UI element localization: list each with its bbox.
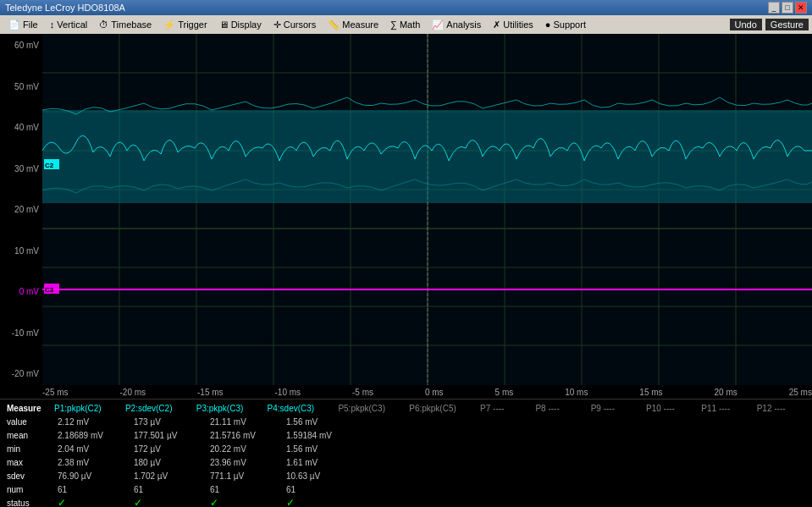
measure-p3-max: 23.96 mV bbox=[207, 458, 283, 467]
measure-p1-min: 2.04 mV bbox=[54, 444, 130, 454]
measure-min-row: min 2.04 mV 172 µV 20.22 mV 1.56 mV bbox=[3, 442, 809, 455]
x-label-0ms: 0 ms bbox=[425, 388, 444, 397]
utilities-icon: ✗ bbox=[493, 19, 500, 30]
measure-table: Measure P1:pkpk(C2) P2:sdev(C2) P3:pkpk(… bbox=[0, 399, 812, 507]
measure-header-p1: P1:pkpk(C2) bbox=[51, 404, 122, 413]
measure-p2-status: ✓ bbox=[130, 497, 207, 507]
maximize-button[interactable]: □ bbox=[782, 2, 793, 14]
measure-p4-num: 61 bbox=[283, 485, 359, 494]
close-button[interactable]: ✕ bbox=[795, 2, 807, 14]
y-label-10mv: 10 mV bbox=[3, 246, 39, 256]
x-label-n15ms: -15 ms bbox=[197, 388, 224, 397]
x-label-25ms: 25 ms bbox=[789, 388, 812, 397]
measure-p4-min: 1.56 mV bbox=[283, 444, 359, 454]
measure-p2-min: 172 µV bbox=[130, 444, 207, 454]
measure-icon: 📏 bbox=[328, 19, 340, 30]
menu-utilities[interactable]: ✗ Utilities bbox=[488, 18, 538, 32]
measure-p1-status: ✓ bbox=[54, 497, 130, 507]
scope-area[interactable]: 60 mV 50 mV 40 mV 30 mV 20 mV 10 mV 0 mV… bbox=[0, 34, 812, 385]
measure-header-p2: P2:sdev(C2) bbox=[122, 404, 193, 413]
measure-header-row: Measure P1:pkpk(C2) P2:sdev(C2) P3:pkpk(… bbox=[3, 401, 809, 415]
measure-label-sdev: sdev bbox=[3, 471, 54, 481]
measure-label-min: min bbox=[3, 444, 54, 454]
measure-p4-status: ✓ bbox=[283, 497, 359, 507]
measure-sdev-row: sdev 76.90 µV 1.702 µV 771.1 µV 10.63 µV bbox=[3, 469, 809, 482]
y-label-50mv: 50 mV bbox=[3, 82, 39, 91]
measure-p3-mean: 21.5716 mV bbox=[207, 431, 283, 440]
x-label-5ms: 5 ms bbox=[495, 388, 514, 397]
measure-p4-max: 1.61 mV bbox=[283, 458, 359, 467]
file-icon: 📄 bbox=[8, 19, 20, 30]
menu-timebase[interactable]: ⏱ Timebase bbox=[94, 18, 157, 31]
svg-rect-20 bbox=[44, 159, 59, 169]
y-label-n10mv: -10 mV bbox=[3, 328, 39, 338]
measure-label-max: max bbox=[3, 458, 54, 467]
title-bar-controls: _ □ ✕ bbox=[768, 2, 807, 14]
menu-trigger[interactable]: ⚡ Trigger bbox=[158, 18, 212, 32]
math-icon: ∑ bbox=[390, 19, 397, 30]
measure-header-p8: P8 ---- bbox=[532, 404, 587, 413]
support-icon: ● bbox=[545, 19, 551, 30]
measure-label-value: value bbox=[3, 417, 54, 427]
title-bar: Teledyne LeCroy HDO8108A _ □ ✕ bbox=[0, 0, 812, 15]
cursors-icon: ✛ bbox=[273, 19, 281, 30]
measure-p2-sdev: 1.702 µV bbox=[130, 471, 207, 481]
timebase-icon: ⏱ bbox=[99, 19, 108, 30]
menu-math[interactable]: ∑ Math bbox=[385, 18, 425, 31]
menu-vertical[interactable]: ↕ Vertical bbox=[45, 18, 93, 31]
measure-p2-num: 61 bbox=[130, 485, 207, 494]
c2-waveform bbox=[42, 97, 812, 193]
x-axis: -25 ms -20 ms -15 ms -10 ms -5 ms 0 ms 5… bbox=[0, 385, 812, 399]
menu-cursors[interactable]: ✛ Cursors bbox=[268, 18, 322, 32]
display-icon: 🖥 bbox=[219, 19, 229, 30]
measure-p3-min: 20.22 mV bbox=[207, 444, 283, 454]
svg-text:C2: C2 bbox=[45, 162, 54, 169]
measure-header-p4: P4:sdev(C3) bbox=[264, 404, 335, 413]
menu-support[interactable]: ● Support bbox=[540, 18, 591, 31]
title-text: Teledyne LeCroy HDO8108A bbox=[5, 3, 125, 13]
measure-p2-max: 180 µV bbox=[130, 458, 207, 467]
measure-num-row: num 61 61 61 61 bbox=[3, 482, 809, 496]
svg-rect-0 bbox=[42, 34, 812, 385]
measure-label-mean: mean bbox=[3, 431, 54, 440]
measure-p2-value: 173 µV bbox=[130, 417, 207, 427]
trigger-icon: ⚡ bbox=[163, 19, 175, 30]
measure-p1-sdev: 76.90 µV bbox=[54, 471, 130, 481]
measure-p1-mean: 2.18689 mV bbox=[54, 431, 130, 440]
y-label-20mv: 20 mV bbox=[3, 205, 39, 214]
analysis-icon: 📈 bbox=[432, 19, 444, 30]
grid-svg: C2 C3 bbox=[42, 34, 812, 385]
menu-display[interactable]: 🖥 Display bbox=[214, 18, 267, 31]
y-label-40mv: 40 mV bbox=[3, 123, 39, 132]
y-label-30mv: 30 mV bbox=[3, 164, 39, 174]
measure-header-p10: P10 ---- bbox=[643, 404, 698, 413]
menu-measure[interactable]: 📏 Measure bbox=[323, 18, 384, 32]
measure-p1-value: 2.12 mV bbox=[54, 417, 130, 427]
x-label-n25ms: -25 ms bbox=[42, 388, 69, 397]
gesture-button[interactable]: Gesture bbox=[765, 19, 809, 30]
measure-p4-sdev: 10.63 µV bbox=[283, 471, 359, 481]
measure-mean-row: mean 2.18689 mV 177.501 µV 21.5716 mV 1.… bbox=[3, 428, 809, 442]
svg-text:C3: C3 bbox=[45, 286, 54, 294]
measure-p1-num: 61 bbox=[54, 485, 130, 494]
menu-file[interactable]: 📄 File bbox=[3, 18, 43, 32]
x-label-20ms: 20 ms bbox=[715, 388, 737, 397]
measure-p3-sdev: 771.1 µV bbox=[207, 471, 283, 481]
minimize-button[interactable]: _ bbox=[768, 2, 780, 14]
undo-button[interactable]: Undo bbox=[730, 19, 762, 30]
y-label-n20mv: -20 mV bbox=[3, 369, 39, 378]
x-label-10ms: 10 ms bbox=[565, 388, 588, 397]
x-label-n10ms: -10 ms bbox=[275, 388, 301, 397]
grid-container[interactable]: C2 C3 bbox=[42, 34, 812, 385]
measure-status-row: status ✓ ✓ ✓ ✓ bbox=[3, 496, 809, 507]
measure-p4-value: 1.56 mV bbox=[283, 417, 359, 427]
menu-bar: 📄 File ↕ Vertical ⏱ Timebase ⚡ Trigger 🖥… bbox=[0, 15, 812, 34]
measure-header-p11: P11 ---- bbox=[698, 404, 753, 413]
measure-header-label: Measure bbox=[3, 404, 51, 413]
menu-analysis[interactable]: 📈 Analysis bbox=[427, 18, 486, 32]
svg-rect-22 bbox=[44, 284, 59, 294]
measure-p3-status: ✓ bbox=[207, 497, 283, 507]
measure-header-p9: P9 ---- bbox=[588, 404, 643, 413]
measure-header-p3: P3:pkpk(C3) bbox=[193, 404, 264, 413]
measure-value-row: value 2.12 mV 173 µV 21.11 mV 1.56 mV bbox=[3, 415, 809, 428]
